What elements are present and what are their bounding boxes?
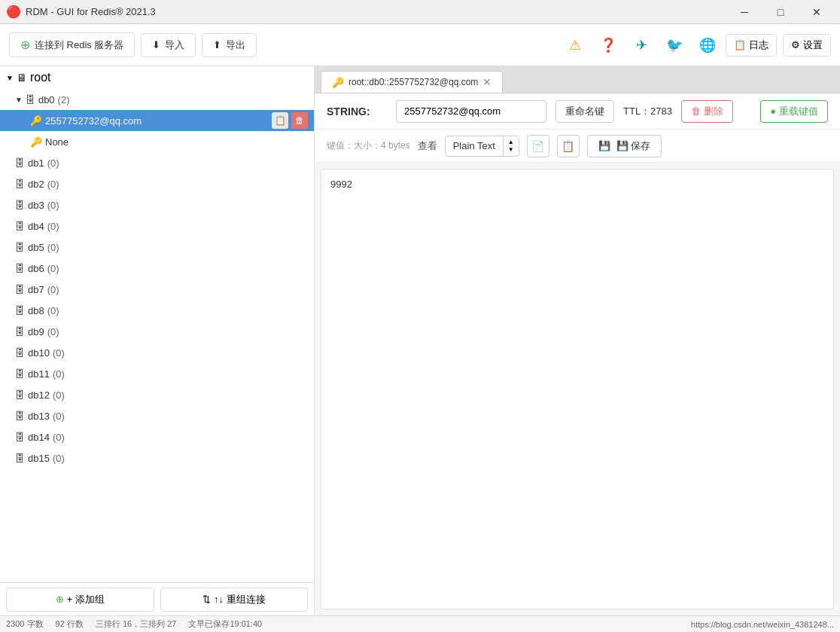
db1-count: (0) [47,157,59,169]
toolbar-icon-group: ⚠ ❓ ✈ 🐦 🌐 [563,33,720,57]
app-title: RDM - GUI for Redis® 2021.3 [26,6,727,17]
delete-button[interactable]: 🗑 删除 [681,100,733,123]
db11-count: (0) [53,368,65,380]
sidebar-item-db15[interactable]: 🗄 db15 (0) [0,447,314,469]
close-button[interactable]: ✕ [799,0,834,24]
db7-label: db7 [28,284,44,295]
sidebar-item-selected-key[interactable]: 🔑 2557752732@qq.com 📋 🗑 [0,110,314,131]
db12-folder-icon: 🗄 [15,389,25,401]
tab-bar: 🔑 root::db0::2557752732@qq.com ✕ [315,66,840,93]
main-content: ▼ 🖥 root ▼ 🗄 db0 (2) 🔑 2557752732@qq.com… [0,66,840,615]
globe-icon[interactable]: 🌐 [695,33,720,57]
warning-icon[interactable]: ⚠ [563,33,587,57]
db3-label: db3 [28,200,44,211]
db2-count: (0) [47,179,59,190]
key-name-input[interactable] [396,100,546,123]
sidebar-tree[interactable]: ▼ 🖥 root ▼ 🗄 db0 (2) 🔑 2557752732@qq.com… [0,66,314,582]
sidebar-item-db5[interactable]: 🗄 db5 (0) [0,237,314,258]
sidebar-item-db10[interactable]: 🗄 db10 (0) [0,342,314,363]
sidebar-item-db0[interactable]: ▼ 🗄 db0 (2) [0,89,314,110]
sidebar-item-db11[interactable]: 🗄 db11 (0) [0,363,314,384]
db1-label: db1 [28,157,44,169]
copy-key-button[interactable]: 📋 [272,112,288,129]
title-bar: 🔴 RDM - GUI for Redis® 2021.3 ─ □ ✕ [0,0,840,24]
value-text: 9992 [330,179,352,190]
copy-value-button[interactable]: 📄 [527,135,549,157]
view-type-dropdown-arrow[interactable]: ▲ ▼ [503,136,519,156]
maximize-button[interactable]: □ [763,0,798,24]
sidebar-item-none[interactable]: 🔑 None [0,131,314,152]
save-button[interactable]: 💾 💾 保存 [587,135,662,157]
sidebar-item-db12[interactable]: 🗄 db12 (0) [0,384,314,405]
sidebar-item-db4[interactable]: 🗄 db4 (0) [0,215,314,237]
connect-redis-button[interactable]: ⊕ 连接到 Redis 服务器 [9,32,135,57]
sidebar-item-db2[interactable]: 🗄 db2 (0) [0,173,314,194]
db7-folder-icon: 🗄 [15,284,25,295]
value-content[interactable]: 9992 [321,169,834,609]
value-size-label: 键值：大小：4 bytes [327,139,410,152]
sidebar-item-db1[interactable]: 🗄 db1 (0) [0,152,314,173]
view-type-text: Plain Text [446,137,503,154]
twitter-icon[interactable]: 🐦 [662,33,686,57]
db14-label: db14 [28,432,50,443]
db4-count: (0) [47,221,59,232]
sidebar-item-db14[interactable]: 🗄 db14 (0) [0,426,314,447]
db5-folder-icon: 🗄 [15,242,25,253]
export-button[interactable]: ⬆ 导出 [202,33,257,57]
db6-label: db6 [28,263,44,274]
toolbar-right: 📋 日志 ⚙ 设置 [726,34,831,56]
help-icon[interactable]: ❓ [596,33,620,57]
db13-count: (0) [53,411,65,422]
add-group-icon: ⊕ [56,594,64,605]
db0-label: db0 [38,94,55,105]
sidebar-item-db9[interactable]: 🗄 db9 (0) [0,321,314,342]
db0-folder-icon: 🗄 [26,94,35,105]
database-list: 🗄 db1 (0) 🗄 db2 (0) 🗄 db3 (0) 🗄 db4 (0) … [0,152,314,469]
paste-value-button[interactable]: 📋 [557,135,580,157]
db6-folder-icon: 🗄 [15,263,25,274]
add-group-button[interactable]: ⊕ + 添加组 [6,588,154,612]
minimize-button[interactable]: ─ [727,0,762,24]
db12-count: (0) [53,389,65,401]
sidebar-footer: ⊕ + 添加组 ⇅ ↑↓ 重组连接 [0,582,314,615]
reload-button[interactable]: ● 重载键值 [760,100,828,123]
db3-folder-icon: 🗄 [15,200,25,211]
db6-count: (0) [47,263,59,274]
import-button[interactable]: ⬇ 导入 [141,33,196,57]
view-type-selector[interactable]: Plain Text ▲ ▼ [445,136,519,157]
ttl-label: TTL：2783 [623,105,672,118]
tab-close-button[interactable]: ✕ [482,76,492,88]
export-icon: ⬆ [213,39,221,50]
line-count: 92 行数 [56,618,84,630]
db8-count: (0) [47,305,59,316]
db15-label: db15 [28,453,50,464]
reconnect-icon: ⇅ [202,594,211,605]
sidebar-item-db6[interactable]: 🗄 db6 (0) [0,258,314,279]
reload-icon: ● [770,105,776,117]
cursor-position: 三排行 16，三排列 27 [96,618,177,630]
db8-label: db8 [28,305,44,316]
window-controls: ─ □ ✕ [727,0,834,24]
sidebar-item-db3[interactable]: 🗄 db3 (0) [0,194,314,215]
sidebar-item-root[interactable]: ▼ 🖥 root [0,66,314,89]
root-label: root [30,71,51,84]
reconnect-button[interactable]: ⇅ ↑↓ 重组连接 [160,588,309,612]
char-count: 2300 字数 [6,618,44,630]
rename-key-button[interactable]: 重命名键 [555,100,614,123]
delete-key-button[interactable]: 🗑 [291,112,308,129]
right-panel: 🔑 root::db0::2557752732@qq.com ✕ STRING:… [315,66,840,615]
sidebar: ▼ 🖥 root ▼ 🗄 db0 (2) 🔑 2557752732@qq.com… [0,66,315,615]
db13-label: db13 [28,411,50,422]
key-actions: 📋 🗑 [272,112,308,129]
sidebar-item-db8[interactable]: 🗄 db8 (0) [0,300,314,321]
telegram-icon[interactable]: ✈ [629,33,653,57]
sidebar-item-db7[interactable]: 🗄 db7 (0) [0,279,314,300]
import-icon: ⬇ [152,39,160,50]
db4-label: db4 [28,221,44,232]
sidebar-item-db13[interactable]: 🗄 db13 (0) [0,405,314,426]
db13-folder-icon: 🗄 [15,411,25,422]
log-button[interactable]: 📋 日志 [726,34,777,56]
settings-button[interactable]: ⚙ 设置 [783,34,831,56]
key-tab[interactable]: 🔑 root::db0::2557752732@qq.com ✕ [321,71,503,93]
db15-folder-icon: 🗄 [15,453,25,464]
